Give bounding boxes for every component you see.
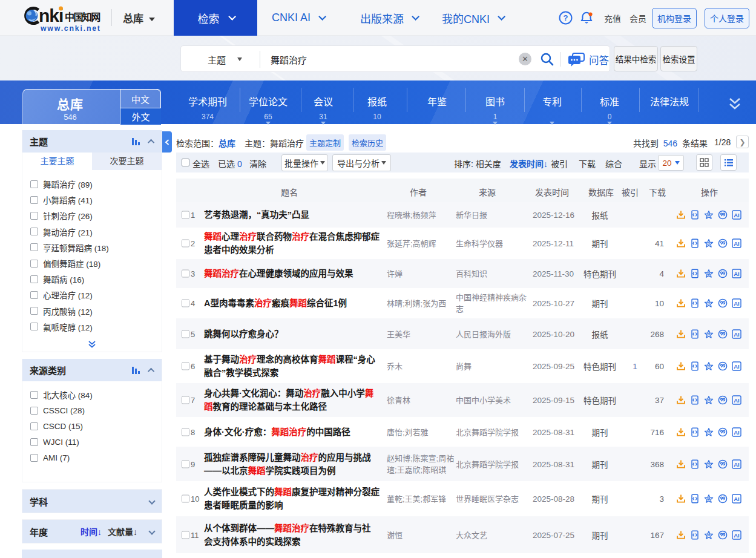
svg-text:?: ? — [564, 13, 568, 22]
svg-text:中国知网: 中国知网 — [65, 11, 100, 22]
svg-text:www.cnki.net: www.cnki.net — [40, 24, 101, 33]
